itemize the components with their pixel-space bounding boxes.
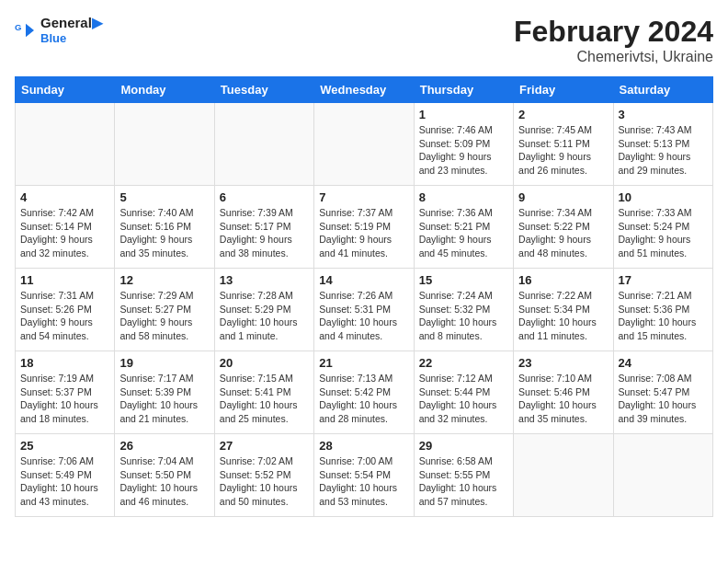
day-info: Sunrise: 7:28 AM Sunset: 5:29 PM Dayligh…: [220, 289, 309, 343]
day-cell: [613, 434, 712, 517]
day-cell: 11Sunrise: 7:31 AM Sunset: 5:26 PM Dayli…: [16, 269, 115, 351]
day-number: 1: [419, 108, 508, 121]
week-row-2: 4Sunrise: 7:42 AM Sunset: 5:14 PM Daylig…: [16, 186, 713, 269]
day-number: 4: [20, 190, 109, 204]
day-number: 22: [419, 356, 508, 370]
day-info: Sunrise: 7:45 AM Sunset: 5:11 PM Dayligh…: [518, 123, 608, 178]
page-title: February 2024: [514, 15, 713, 49]
day-number: 27: [220, 439, 309, 453]
day-cell: 13Sunrise: 7:28 AM Sunset: 5:29 PM Dayli…: [214, 269, 313, 351]
day-number: 21: [319, 356, 408, 370]
day-number: 20: [220, 356, 309, 370]
day-info: Sunrise: 7:19 AM Sunset: 5:37 PM Dayligh…: [20, 372, 109, 426]
day-cell: 15Sunrise: 7:24 AM Sunset: 5:32 PM Dayli…: [414, 269, 513, 351]
day-info: Sunrise: 7:10 AM Sunset: 5:46 PM Dayligh…: [518, 372, 608, 426]
week-row-5: 25Sunrise: 7:06 AM Sunset: 5:49 PM Dayli…: [16, 434, 713, 517]
day-cell: 29Sunrise: 6:58 AM Sunset: 5:55 PM Dayli…: [414, 434, 513, 517]
day-cell: 16Sunrise: 7:22 AM Sunset: 5:34 PM Dayli…: [514, 269, 613, 351]
day-number: 26: [119, 439, 209, 453]
day-cell: 8Sunrise: 7:36 AM Sunset: 5:21 PM Daylig…: [414, 186, 513, 269]
day-info: Sunrise: 7:08 AM Sunset: 5:47 PM Dayligh…: [619, 372, 708, 426]
day-cell: 28Sunrise: 7:00 AM Sunset: 5:54 PM Dayli…: [314, 434, 414, 517]
day-info: Sunrise: 6:58 AM Sunset: 5:55 PM Dayligh…: [419, 454, 508, 509]
header-monday: Monday: [115, 77, 214, 103]
day-cell: 17Sunrise: 7:21 AM Sunset: 5:36 PM Dayli…: [613, 269, 712, 351]
week-row-1: 1Sunrise: 7:46 AM Sunset: 5:09 PM Daylig…: [16, 103, 713, 186]
day-number: 19: [119, 356, 209, 370]
day-info: Sunrise: 7:29 AM Sunset: 5:27 PM Dayligh…: [119, 289, 209, 343]
logo-text: General▶ Blue: [40, 15, 103, 45]
week-row-3: 11Sunrise: 7:31 AM Sunset: 5:26 PM Dayli…: [16, 269, 713, 351]
page-header: G General▶ Blue February 2024 Chemerivts…: [15, 15, 713, 65]
day-info: Sunrise: 7:39 AM Sunset: 5:17 PM Dayligh…: [220, 206, 309, 260]
day-cell: 1Sunrise: 7:46 AM Sunset: 5:09 PM Daylig…: [414, 103, 513, 186]
day-cell: 24Sunrise: 7:08 AM Sunset: 5:47 PM Dayli…: [613, 351, 712, 434]
header-friday: Friday: [514, 77, 613, 103]
day-info: Sunrise: 7:33 AM Sunset: 5:24 PM Dayligh…: [619, 206, 708, 260]
week-row-4: 18Sunrise: 7:19 AM Sunset: 5:37 PM Dayli…: [16, 351, 713, 434]
day-number: 24: [619, 356, 708, 370]
day-cell: [514, 434, 613, 517]
day-cell: 27Sunrise: 7:02 AM Sunset: 5:52 PM Dayli…: [214, 434, 313, 517]
day-info: Sunrise: 7:00 AM Sunset: 5:54 PM Dayligh…: [319, 454, 408, 509]
day-number: 14: [319, 273, 408, 287]
day-cell: 26Sunrise: 7:04 AM Sunset: 5:50 PM Dayli…: [115, 434, 214, 517]
day-cell: [214, 103, 313, 186]
day-cell: 25Sunrise: 7:06 AM Sunset: 5:49 PM Dayli…: [16, 434, 115, 517]
day-info: Sunrise: 7:02 AM Sunset: 5:52 PM Dayligh…: [220, 454, 309, 509]
day-info: Sunrise: 7:36 AM Sunset: 5:21 PM Dayligh…: [419, 206, 508, 260]
logo-icon: G: [15, 19, 37, 41]
day-info: Sunrise: 7:04 AM Sunset: 5:50 PM Dayligh…: [119, 454, 209, 509]
header-saturday: Saturday: [613, 77, 712, 103]
day-number: 28: [319, 439, 408, 453]
day-cell: 9Sunrise: 7:34 AM Sunset: 5:22 PM Daylig…: [514, 186, 613, 269]
day-info: Sunrise: 7:15 AM Sunset: 5:41 PM Dayligh…: [220, 372, 309, 426]
page-subtitle: Chemerivtsi, Ukraine: [514, 49, 713, 65]
day-number: 25: [20, 439, 109, 453]
header-tuesday: Tuesday: [214, 77, 313, 103]
day-cell: 4Sunrise: 7:42 AM Sunset: 5:14 PM Daylig…: [16, 186, 115, 269]
day-info: Sunrise: 7:17 AM Sunset: 5:39 PM Dayligh…: [119, 372, 209, 426]
day-info: Sunrise: 7:37 AM Sunset: 5:19 PM Dayligh…: [319, 206, 408, 260]
day-cell: 12Sunrise: 7:29 AM Sunset: 5:27 PM Dayli…: [115, 269, 214, 351]
day-cell: 22Sunrise: 7:12 AM Sunset: 5:44 PM Dayli…: [414, 351, 513, 434]
day-info: Sunrise: 7:43 AM Sunset: 5:13 PM Dayligh…: [619, 123, 708, 178]
day-info: Sunrise: 7:21 AM Sunset: 5:36 PM Dayligh…: [619, 289, 708, 343]
day-cell: 14Sunrise: 7:26 AM Sunset: 5:31 PM Dayli…: [314, 269, 414, 351]
day-info: Sunrise: 7:26 AM Sunset: 5:31 PM Dayligh…: [319, 289, 408, 343]
day-info: Sunrise: 7:46 AM Sunset: 5:09 PM Dayligh…: [419, 123, 508, 178]
day-number: 5: [119, 190, 209, 204]
day-number: 6: [220, 190, 309, 204]
day-number: 2: [518, 108, 608, 121]
day-number: 12: [119, 273, 209, 287]
day-cell: [115, 103, 214, 186]
day-number: 16: [518, 273, 608, 287]
day-info: Sunrise: 7:22 AM Sunset: 5:34 PM Dayligh…: [518, 289, 608, 343]
day-cell: 5Sunrise: 7:40 AM Sunset: 5:16 PM Daylig…: [115, 186, 214, 269]
day-cell: 21Sunrise: 7:13 AM Sunset: 5:42 PM Dayli…: [314, 351, 414, 434]
day-info: Sunrise: 7:24 AM Sunset: 5:32 PM Dayligh…: [419, 289, 508, 343]
svg-text:G: G: [15, 22, 21, 32]
day-info: Sunrise: 7:13 AM Sunset: 5:42 PM Dayligh…: [319, 372, 408, 426]
header-sunday: Sunday: [16, 77, 115, 103]
day-number: 23: [518, 356, 608, 370]
day-number: 3: [619, 108, 708, 121]
calendar-table: SundayMondayTuesdayWednesdayThursdayFrid…: [15, 76, 713, 517]
header-thursday: Thursday: [414, 77, 513, 103]
day-info: Sunrise: 7:31 AM Sunset: 5:26 PM Dayligh…: [20, 289, 109, 343]
logo: G General▶ Blue: [15, 15, 103, 45]
day-number: 13: [220, 273, 309, 287]
day-number: 18: [20, 356, 109, 370]
day-number: 7: [319, 190, 408, 204]
day-cell: 2Sunrise: 7:45 AM Sunset: 5:11 PM Daylig…: [514, 103, 613, 186]
day-number: 10: [619, 190, 708, 204]
day-number: 29: [419, 439, 508, 453]
calendar-header-row: SundayMondayTuesdayWednesdayThursdayFrid…: [16, 77, 713, 103]
day-info: Sunrise: 7:12 AM Sunset: 5:44 PM Dayligh…: [419, 372, 508, 426]
day-number: 8: [419, 190, 508, 204]
day-cell: 23Sunrise: 7:10 AM Sunset: 5:46 PM Dayli…: [514, 351, 613, 434]
day-cell: 3Sunrise: 7:43 AM Sunset: 5:13 PM Daylig…: [613, 103, 712, 186]
day-cell: 20Sunrise: 7:15 AM Sunset: 5:41 PM Dayli…: [214, 351, 313, 434]
day-info: Sunrise: 7:34 AM Sunset: 5:22 PM Dayligh…: [518, 206, 608, 260]
day-cell: 18Sunrise: 7:19 AM Sunset: 5:37 PM Dayli…: [16, 351, 115, 434]
